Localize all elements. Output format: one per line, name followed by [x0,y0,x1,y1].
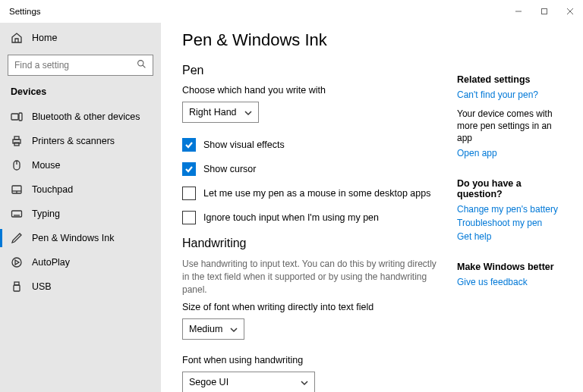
chevron-down-icon [230,325,238,333]
nav-label: Bluetooth & other devices [32,111,140,122]
show-cursor-checkbox[interactable]: Show cursor [182,162,440,176]
svg-line-5 [143,65,145,67]
question-heading: Do you have a question? [457,178,562,199]
sidebar-item-usb[interactable]: USB [0,274,161,299]
svg-rect-23 [14,285,20,291]
touchpad-icon [11,183,23,196]
sidebar: Home Devices Bluetooth & other devices P… [0,23,161,392]
pen-heading: Pen [182,64,440,77]
svg-rect-9 [14,136,19,140]
category-header: Devices [0,86,161,105]
handwriting-heading: Handwriting [182,237,440,250]
font-label: Font when using handwriting [182,355,440,365]
cant-find-pen-link[interactable]: Can't find your pen? [457,89,562,100]
nav-label: USB [32,281,52,292]
sidebar-item-pen[interactable]: Pen & Windows Ink [0,226,161,250]
checkbox-checked-icon [182,138,196,152]
sidebar-item-typing[interactable]: Typing [0,202,161,226]
devices-icon [11,111,23,123]
font-size-select[interactable]: Medium [182,318,244,340]
cb-label: Show visual effects [203,140,285,150]
printer-icon [11,135,23,147]
window-title: Settings [0,7,41,16]
better-heading: Make Windows better [457,262,562,272]
nav-label: Pen & Windows Ink [32,233,114,243]
handwriting-desc: Use handwriting to input text. You can d… [182,258,440,296]
home-label: Home [32,33,57,43]
autoplay-icon [11,256,23,268]
sidebar-item-printers[interactable]: Printers & scanners [0,129,161,153]
minimize-button[interactable] [506,0,531,23]
search-field[interactable] [14,60,137,71]
nav-label: Mouse [32,160,61,171]
hand-label: Choose which hand you write with [182,85,440,96]
font-size-value: Medium [189,324,222,334]
sidebar-item-autoplay[interactable]: AutoPlay [0,250,161,274]
pen-as-mouse-checkbox[interactable]: Let me use my pen as a mouse in some des… [182,187,440,200]
home-nav[interactable]: Home [0,26,161,50]
nav-label: Typing [32,209,60,219]
ignore-touch-checkbox[interactable]: Ignore touch input when I'm using my pen [182,211,440,224]
page-title: Pen & Windows Ink [182,30,440,50]
cb-label: Let me use my pen as a mouse in some des… [203,188,430,199]
close-button[interactable] [557,0,583,23]
svg-rect-16 [12,211,22,217]
svg-rect-1 [542,9,547,14]
cb-label: Ignore touch input when I'm using my pen [203,212,379,223]
font-size-label: Size of font when writing directly into … [182,302,440,312]
sidebar-item-bluetooth[interactable]: Bluetooth & other devices [0,105,161,129]
window-controls [506,0,583,23]
nav-label: Touchpad [32,184,73,195]
feedback-link[interactable]: Give us feedback [457,277,562,287]
maximize-button[interactable] [531,0,557,23]
svg-rect-10 [14,143,19,146]
sidebar-item-touchpad[interactable]: Touchpad [0,177,161,202]
svg-rect-7 [19,113,22,121]
hand-select[interactable]: Right Hand [182,102,259,123]
search-icon [137,59,147,71]
font-value: Segoe UI [189,377,228,387]
checkbox-unchecked-icon [182,211,196,224]
checkbox-checked-icon [182,162,196,176]
visual-effects-checkbox[interactable]: Show visual effects [182,138,440,152]
title-bar: Settings [0,0,583,23]
nav-label: AutoPlay [32,257,70,268]
home-icon [11,32,23,44]
checkbox-unchecked-icon [182,187,196,200]
related-heading: Related settings [457,74,562,85]
mouse-icon [11,159,23,171]
pen-icon [11,232,23,244]
font-select[interactable]: Segoe UI [182,372,315,392]
get-help-link[interactable]: Get help [457,231,562,242]
search-input[interactable] [8,55,153,76]
content-area: Pen & Windows Ink Pen Choose which hand … [161,23,583,392]
chevron-down-icon [244,108,252,116]
open-app-link[interactable]: Open app [457,148,562,158]
change-battery-link[interactable]: Change my pen's battery [457,204,562,215]
usb-icon [11,281,23,293]
hand-value: Right Hand [189,107,237,118]
cb-label: Show cursor [203,164,256,174]
keyboard-icon [11,208,23,220]
troubleshoot-link[interactable]: Troubleshoot my pen [457,218,562,228]
nav-label: Printers & scanners [32,136,115,146]
chevron-down-icon [301,378,308,386]
more-settings-text: Your device comes with more pen settings… [457,108,562,145]
svg-rect-6 [11,114,18,120]
right-rail: Related settings Can't find your pen? Yo… [440,30,562,392]
svg-point-4 [138,61,143,66]
sidebar-item-mouse[interactable]: Mouse [0,153,161,177]
